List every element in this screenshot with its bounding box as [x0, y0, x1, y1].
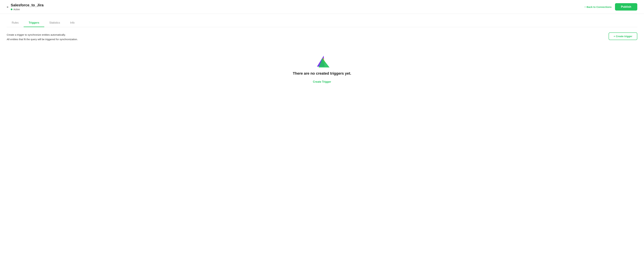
back-to-connections-link[interactable]: ‹ Back to Connections: [585, 5, 612, 8]
header: » Salesforce_to_Jira Active ‹ Back to Co…: [0, 0, 644, 14]
chevron-left-icon: ‹: [585, 5, 586, 8]
tabs: Rules Triggers Statistics Info: [7, 19, 637, 27]
description-line1: Create a trigger to synchronize entities…: [7, 32, 78, 37]
logo-icon: [315, 55, 329, 67]
empty-create-trigger-link[interactable]: Create Trigger: [313, 80, 331, 83]
header-right: ‹ Back to Connections Publish: [585, 3, 637, 10]
tab-triggers[interactable]: Triggers: [24, 19, 44, 27]
empty-state: There are no created triggers yet. Creat…: [7, 52, 637, 93]
create-trigger-button[interactable]: + Create trigger: [608, 32, 637, 40]
expand-icon[interactable]: »: [7, 5, 8, 9]
empty-title: There are no created triggers yet.: [293, 71, 351, 76]
status-label: Active: [14, 8, 20, 11]
publish-button[interactable]: Publish: [615, 3, 637, 10]
status-dot: [11, 8, 12, 10]
content: Rules Triggers Statistics Info Create a …: [0, 14, 644, 98]
tab-info[interactable]: Info: [65, 19, 80, 27]
back-link-label: Back to Connections: [586, 5, 612, 8]
description-text: Create a trigger to synchronize entities…: [7, 32, 78, 41]
tab-rules[interactable]: Rules: [7, 19, 24, 27]
header-left: » Salesforce_to_Jira Active: [7, 3, 44, 11]
description-section: Create a trigger to synchronize entities…: [7, 32, 637, 41]
tab-statistics[interactable]: Statistics: [44, 19, 65, 27]
title-group: Salesforce_to_Jira Active: [11, 3, 44, 11]
app-title: Salesforce_to_Jira: [11, 3, 44, 7]
description-line2: All entities that fit the query will be …: [7, 37, 78, 41]
status-badge: Active: [11, 8, 44, 11]
